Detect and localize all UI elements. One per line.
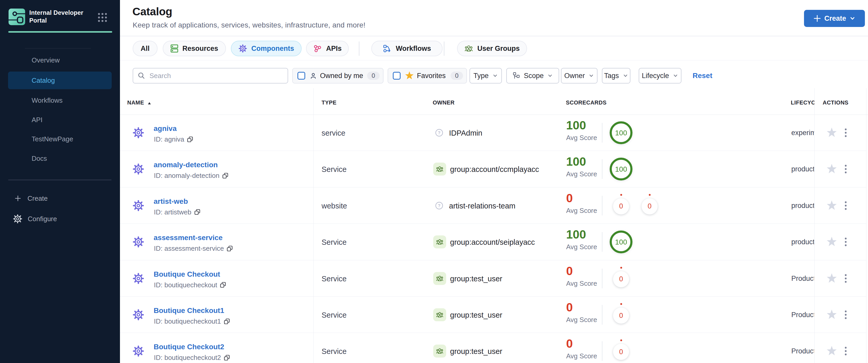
svg-text:100: 100 xyxy=(615,129,627,137)
svg-text:?: ? xyxy=(438,131,440,135)
svg-text:100: 100 xyxy=(615,165,627,173)
svg-text:100: 100 xyxy=(615,238,627,246)
svg-text:?: ? xyxy=(438,203,440,208)
